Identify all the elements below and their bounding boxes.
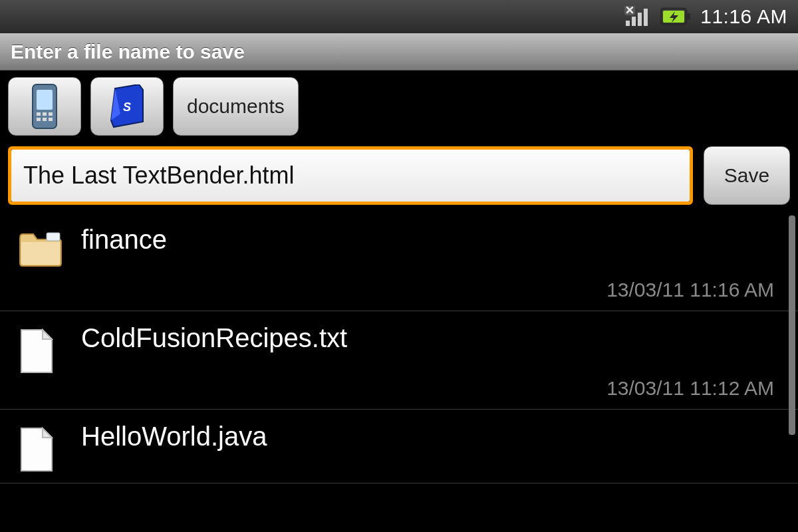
svg-rect-17: [47, 233, 60, 241]
svg-rect-1: [632, 17, 636, 26]
file-text: ColdFusionRecipes.txt: [81, 323, 781, 352]
svg-rect-12: [49, 112, 53, 116]
file-text: HelloWorld.java: [81, 422, 781, 451]
status-bar: 11:16 AM: [0, 0, 798, 33]
filename-row: Save: [0, 144, 798, 213]
file-list: finance 13/03/11 11:16 AM ColdFusionReci…: [0, 213, 798, 532]
file-date: 13/03/11 11:16 AM: [606, 279, 774, 301]
status-clock: 11:16 AM: [700, 5, 787, 28]
list-item[interactable]: HelloWorld.java: [0, 410, 798, 483]
svg-rect-3: [644, 9, 648, 26]
battery-charging-icon: [660, 7, 691, 27]
svg-rect-6: [687, 13, 690, 20]
dialog-title-bar: Enter a file name to save: [0, 33, 798, 70]
svg-rect-15: [49, 118, 53, 121]
svg-rect-14: [43, 118, 47, 121]
file-text: finance: [81, 225, 781, 254]
svg-rect-9: [37, 90, 53, 110]
svg-text:S: S: [123, 100, 131, 114]
file-name: finance: [81, 225, 781, 254]
save-button[interactable]: Save: [704, 146, 790, 205]
folder-path-button[interactable]: documents: [173, 77, 299, 136]
save-button-label: Save: [724, 164, 769, 186]
device-storage-button[interactable]: [8, 77, 81, 136]
file-icon: [17, 422, 64, 476]
path-breadcrumb: S documents: [0, 70, 798, 144]
filename-input[interactable]: [11, 150, 690, 201]
signal-icon: [624, 6, 651, 27]
sd-card-button[interactable]: S: [90, 77, 164, 136]
scrollbar[interactable]: [789, 215, 795, 529]
folder-path-label: documents: [187, 95, 285, 118]
svg-rect-0: [626, 21, 630, 26]
sd-card-icon: S: [107, 84, 147, 128]
phone-icon: [29, 83, 61, 130]
filename-input-wrap: [8, 146, 693, 205]
svg-rect-11: [43, 112, 47, 116]
list-item[interactable]: finance 13/03/11 11:16 AM: [0, 213, 798, 311]
dialog-title: Enter a file name to save: [11, 41, 245, 63]
svg-rect-10: [37, 112, 41, 116]
list-item[interactable]: ColdFusionRecipes.txt 13/03/11 11:12 AM: [0, 311, 798, 410]
folder-icon: [17, 225, 64, 270]
file-date: 13/03/11 11:12 AM: [606, 377, 774, 400]
svg-rect-13: [37, 118, 41, 121]
file-name: ColdFusionRecipes.txt: [81, 323, 781, 352]
file-icon: [17, 323, 64, 378]
svg-rect-2: [638, 13, 642, 26]
scrollbar-thumb[interactable]: [789, 215, 795, 435]
file-name: HelloWorld.java: [81, 422, 781, 451]
